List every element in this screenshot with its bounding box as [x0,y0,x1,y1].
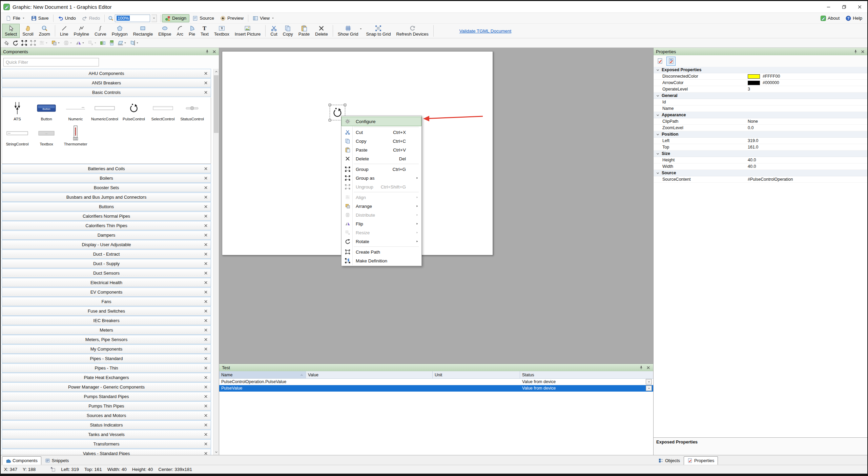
close-category-icon[interactable] [204,204,208,209]
close-category-icon[interactable] [204,385,208,389]
category-status-indicators[interactable]: Status Indicators [2,420,211,430]
category-pumps-thin-pipes[interactable]: Pumps Thin Pipes [2,401,211,411]
menu-item-delete[interactable]: DeleteDel [342,154,421,163]
menu-item-group[interactable]: GroupCtrl+G [342,165,421,174]
column-header-unit[interactable]: Unit [433,371,520,378]
component-pulsecontrol[interactable]: PulseControl [119,100,148,121]
category-calorifiers-thin-pipes[interactable]: Calorifiers Thin Pipes [2,221,211,230]
close-category-icon[interactable] [204,404,208,408]
component-numeric[interactable]: Numeric [61,100,90,121]
restore-button[interactable] [836,1,852,13]
close-category-icon[interactable] [204,195,208,199]
design-mode-button[interactable]: Design [162,14,189,22]
show-all-properties-button[interactable] [666,57,676,66]
tool-cut[interactable]: Cut [268,24,280,38]
column-header-name[interactable]: Name [219,371,306,378]
close-category-icon[interactable] [204,432,208,437]
category-duct-supply[interactable]: Duct - Supply [2,259,211,268]
scrollbar-thumb[interactable] [214,75,219,133]
property-disconnectedcolor[interactable]: DisconnectedColor#FFFF00 [654,73,867,80]
column-header-status[interactable]: Status [520,371,653,378]
edit-tool-flip-vertical[interactable] [108,39,116,46]
category-electrical-health[interactable]: Electrical Health [2,278,211,287]
property-group-position[interactable]: Position [654,131,867,138]
scrollbar-track[interactable] [213,75,219,449]
component-stringcontrol[interactable]: StringControl [3,125,32,146]
category-duct-extract[interactable]: Duct - Extract [2,250,211,259]
edit-tool-align[interactable] [38,39,49,46]
category-boilers[interactable]: Boilers [2,174,211,183]
tool-zoom[interactable]: Zoom [36,24,53,38]
close-category-icon[interactable] [204,442,208,446]
zoom-combo[interactable]: 100% [106,15,159,22]
category-pipes-standard[interactable]: Pipes - Standard [2,354,211,363]
tab-snippets[interactable]: Snippets [41,456,73,465]
edit-tool-arrange[interactable] [50,39,61,46]
close-panel-icon[interactable] [861,49,865,54]
category-iec-breakers[interactable]: IEC Breakers [2,316,211,325]
category-busbars-and-bus-jumps-and-connectors[interactable]: Busbars and Bus Jumps and Connectors [2,193,211,202]
category-power-manager-generic-components[interactable]: Power Manager - Generic Components [2,382,211,392]
menu-item-paste[interactable]: PasteCtrl+V [342,145,421,154]
resize-handle[interactable] [329,119,331,121]
tool-textbox[interactable]: TTextbox [211,24,232,38]
close-category-icon[interactable] [204,223,208,228]
edit-tool-group[interactable] [20,39,28,46]
close-category-icon[interactable] [204,375,208,380]
property-clippath[interactable]: ClipPathNone [654,118,867,125]
menu-item-create-path[interactable]: Create Path [342,247,421,256]
component-button[interactable]: ButtonButton [32,100,61,121]
zoom-level-input[interactable]: 100% [115,15,150,22]
property-name[interactable]: Name [654,105,867,112]
property-operatelevel[interactable]: OperateLevel3 [654,86,867,93]
tab-properties[interactable]: Properties [684,456,718,465]
property-arrowcolor[interactable]: ArrowColor#000000 [654,80,867,86]
tool-rectangle[interactable]: Rectangle [130,24,156,38]
category-ev-components[interactable]: EV Components [2,287,211,297]
tool-polygon[interactable]: Polygon [109,24,130,38]
category-pumps-standard-pipes[interactable]: Pumps Standard Pipes [2,392,211,401]
edit-tool-skew-vertical[interactable] [129,39,140,46]
tool-paste[interactable]: Paste [296,24,312,38]
property-group-size[interactable]: Size [654,151,867,157]
tool-line[interactable]: Line [57,24,71,38]
category-meters-pipe-sensors[interactable]: Meters, Pipe Sensors [2,335,211,344]
help-button[interactable]: ? Help [843,14,865,22]
menu-item-cut[interactable]: CutCtrl+X [342,128,421,137]
category-fans[interactable]: Fans [2,297,211,306]
menu-item-resize[interactable]: Resize [342,228,421,237]
file-menu[interactable]: File [3,14,28,22]
tool-curve[interactable]: Curve [92,24,109,38]
close-category-icon[interactable] [204,252,208,256]
component-thermometer[interactable]: 0.00Thermometer [61,125,90,146]
property-top[interactable]: Top161.0 [654,144,867,151]
tool-select[interactable]: Select [2,24,20,38]
view-menu[interactable]: View [250,14,277,22]
menu-item-copy[interactable]: CopyCtrl+C [342,137,421,145]
category-sources-and-motors[interactable]: Sources and Motors [2,411,211,420]
source-mode-button[interactable]: Source [189,14,217,22]
menu-item-arrange[interactable]: Arrange [342,202,421,211]
menu-item-rotate[interactable]: Rotate [342,237,421,246]
category-fuse-and-switches[interactable]: Fuse and Switches [2,306,211,316]
close-category-icon[interactable] [204,71,208,76]
edit-tool-pointer-pin[interactable] [3,39,11,46]
close-category-icon[interactable] [204,271,208,275]
property-height[interactable]: Height40.0 [654,157,867,163]
tool-polyline[interactable]: Polyline [71,24,92,38]
edit-tool-rotate[interactable] [12,39,19,46]
menu-item-distribute[interactable]: Distribute [342,211,421,219]
category-plate-heat-exchangers[interactable]: Plate Heat Exchangers [2,373,211,382]
tool-arc[interactable]: Arc [174,24,186,38]
edit-tool-skew-horizontal[interactable] [117,39,128,46]
edit-tool-distribute[interactable] [62,39,74,46]
tool-scroll[interactable]: Scroll [20,24,36,38]
test-row-pulsecontroloperation-pulsevalue[interactable]: PulseControlOperation.PulseValueValue fr… [219,379,653,385]
category-pipes-thin[interactable]: Pipes - Thin [2,363,211,373]
component-numericcontrol[interactable]: NumericControl [90,100,119,121]
edit-tool-flip-horizontal[interactable] [99,39,107,46]
close-button[interactable] [852,1,867,13]
tool-insert-picture[interactable]: Insert Picture [232,24,264,38]
menu-item-group-as[interactable]: Group as [342,174,421,182]
close-category-icon[interactable] [204,280,208,285]
